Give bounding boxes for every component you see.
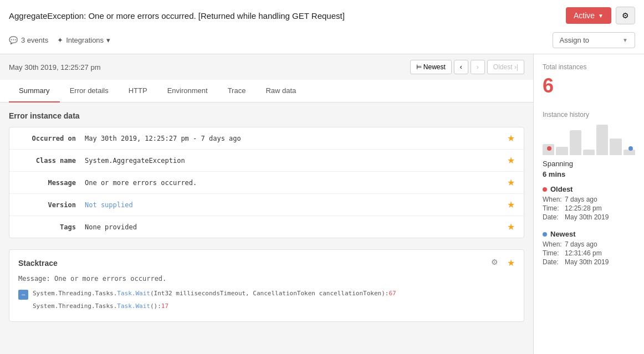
- content-area: Error instance data Occurred on May 30th…: [0, 102, 533, 331]
- next-button[interactable]: ›: [471, 60, 485, 74]
- prev-icon: ‹: [460, 63, 462, 71]
- newest-entry: Newest When: 7 days ago Time: 12:31:46 p…: [543, 230, 635, 266]
- error-title: AggregateException: One or more errors o…: [9, 11, 557, 20]
- star-icon[interactable]: ★: [507, 133, 515, 143]
- total-instances-label: Total instances: [543, 63, 635, 71]
- code-namespace-1: System.Threading.Tasks.: [33, 290, 117, 297]
- newest-dot-indicator: [543, 232, 547, 237]
- events-count: 3 events: [21, 36, 48, 44]
- row-label-message: Message: [18, 179, 85, 187]
- nav-buttons: ⊨ Newest ‹ › Oldest ›|: [410, 60, 525, 74]
- newest-when: When: 7 days ago: [543, 240, 635, 248]
- chart-bar: [583, 150, 595, 155]
- oldest-time: Time: 12:25:28 pm: [543, 204, 635, 212]
- section-title: Error instance data: [9, 111, 524, 120]
- row-label-occurred: Occurred on: [18, 135, 85, 142]
- newest-dot: [628, 146, 633, 151]
- left-panel: May 30th 2019, 12:25:27 pm ⊨ Newest ‹ › …: [0, 54, 533, 354]
- stacktrace-actions: ⚙ ★: [487, 258, 515, 268]
- code-args-2: ():: [150, 302, 161, 310]
- integrations-icon: ✦: [57, 36, 63, 44]
- newest-button[interactable]: ⊨ Newest: [410, 60, 452, 74]
- oldest-label: Oldest: [550, 185, 573, 193]
- gear-icon[interactable]: ⚙: [491, 258, 498, 268]
- assign-label: Assign to: [560, 36, 589, 44]
- table-row: Class name System.AggregateException ★: [9, 150, 524, 172]
- row-label-version: Version: [18, 201, 85, 209]
- tab-http[interactable]: HTTP: [119, 80, 157, 102]
- chart-bar: [610, 138, 621, 155]
- chart-bar: [570, 130, 581, 155]
- oldest-when: When: 7 days ago: [543, 196, 635, 203]
- chevron-down-icon: ▼: [622, 37, 628, 43]
- newest-label-row: Newest: [543, 230, 635, 238]
- newest-label: ⊨ Newest: [416, 63, 446, 71]
- collapse-button[interactable]: −: [18, 290, 28, 300]
- active-button[interactable]: Active ▼: [566, 7, 611, 24]
- code-namespace-2: System.Threading.Tasks.: [33, 302, 117, 310]
- instance-history-section: Instance history Spanning 6 mins: [543, 111, 635, 266]
- instance-history-label: Instance history: [543, 111, 635, 119]
- total-instances-section: Total instances 6: [543, 63, 635, 98]
- chart-bar: [596, 125, 608, 155]
- tab-error-details[interactable]: Error details: [60, 80, 119, 102]
- tab-environment[interactable]: Environment: [157, 80, 218, 102]
- code-text-1: System.Threading.Tasks.Task.Wait(Int32 m…: [33, 289, 396, 299]
- sub-row: 💬 3 events ✦ Integrations ▾ Assign to ▼: [9, 29, 635, 54]
- code-line-2: System.Threading.Tasks.Task.Wait():17: [18, 302, 515, 311]
- star-icon[interactable]: ★: [507, 258, 515, 268]
- gear-button[interactable]: ⚙: [616, 7, 635, 24]
- star-icon[interactable]: ★: [507, 177, 515, 188]
- code-method-1[interactable]: Task.Wait: [117, 290, 150, 297]
- oldest-date: Date: May 30th 2019: [543, 213, 635, 221]
- oldest-label: Oldest ›|: [493, 63, 518, 71]
- newest-time: Time: 12:31:46 pm: [543, 249, 635, 257]
- tab-trace[interactable]: Trace: [218, 80, 256, 102]
- oldest-dot: [547, 146, 551, 151]
- top-bar: AggregateException: One or more errors o…: [0, 0, 644, 54]
- active-label: Active: [574, 11, 595, 20]
- chevron-down-icon: ▼: [598, 13, 604, 19]
- right-panel: Total instances 6 Instance history Spann…: [533, 54, 644, 354]
- newest-date: Date: May 30th 2019: [543, 258, 635, 266]
- main-layout: May 30th 2019, 12:25:27 pm ⊨ Newest ‹ › …: [0, 54, 644, 354]
- stacktrace-header: Stacktrace ⚙ ★: [18, 258, 515, 268]
- row-value-version[interactable]: Not supplied: [85, 201, 503, 209]
- title-actions: Active ▼ ⚙: [566, 7, 635, 24]
- row-label-classname: Class name: [18, 157, 85, 165]
- table-row: Occurred on May 30th 2019, 12:25:27 pm -…: [9, 127, 524, 150]
- oldest-label-row: Oldest: [543, 185, 635, 193]
- newest-label: Newest: [550, 230, 576, 238]
- stacktrace-title: Stacktrace: [18, 259, 58, 268]
- row-label-tags: Tags: [18, 223, 85, 231]
- total-instances-value: 6: [543, 74, 635, 98]
- stacktrace-section: Stacktrace ⚙ ★ Message: One or more erro…: [9, 249, 524, 322]
- row-value-tags: None provided: [85, 223, 503, 231]
- comment-icon: 💬: [9, 36, 18, 44]
- code-text-2: System.Threading.Tasks.Task.Wait():17: [33, 302, 168, 311]
- assign-dropdown[interactable]: Assign to ▼: [553, 32, 635, 48]
- star-icon[interactable]: ★: [507, 222, 515, 232]
- integrations-button[interactable]: ✦ Integrations ▾: [57, 36, 110, 44]
- stacktrace-message: Message: One or more errors occurred.: [18, 275, 515, 283]
- integrations-label: Integrations: [66, 36, 104, 44]
- table-row: Version Not supplied ★: [9, 194, 524, 216]
- chart-bar: [556, 147, 568, 155]
- code-method-2[interactable]: Task.Wait: [117, 302, 150, 310]
- code-line-1: − System.Threading.Tasks.Task.Wait(Int32…: [18, 289, 515, 300]
- tabs-bar: Summary Error details HTTP Environment T…: [0, 80, 533, 102]
- spanning-value: 6 mins: [543, 170, 635, 178]
- date-text: May 30th 2019, 12:25:27 pm: [9, 63, 101, 71]
- spanning-label: Spanning: [543, 160, 635, 168]
- code-linenum-2: 17: [161, 302, 168, 310]
- oldest-button[interactable]: Oldest ›|: [487, 60, 524, 74]
- star-icon[interactable]: ★: [507, 155, 515, 166]
- tab-raw-data[interactable]: Raw data: [255, 80, 306, 102]
- next-icon: ›: [477, 63, 479, 71]
- code-args-1: (Int32 millisecondsTimeout, Cancellation…: [150, 290, 389, 297]
- tab-summary[interactable]: Summary: [9, 80, 60, 102]
- star-icon[interactable]: ★: [507, 199, 515, 210]
- events-badge[interactable]: 💬 3 events: [9, 36, 48, 44]
- date-nav-bar: May 30th 2019, 12:25:27 pm ⊨ Newest ‹ › …: [0, 54, 533, 80]
- prev-button[interactable]: ‹: [454, 60, 468, 74]
